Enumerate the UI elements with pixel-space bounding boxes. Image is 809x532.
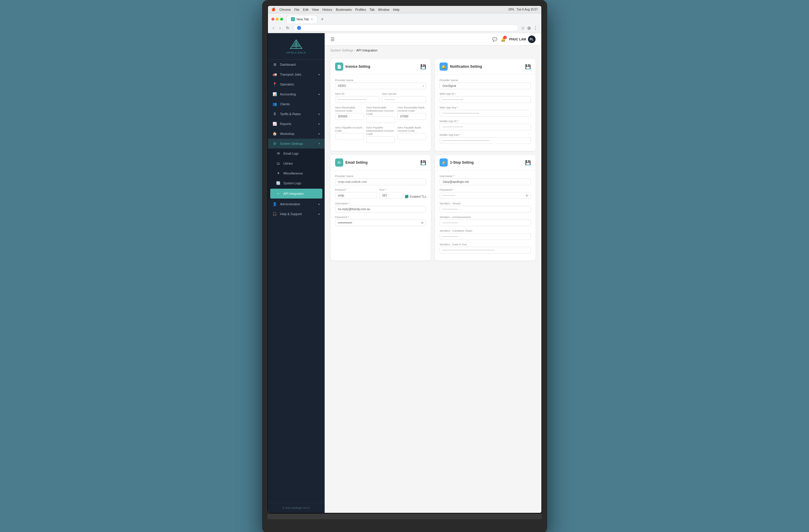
top-bar-right: 💬 🔔 1 PHUC LAM PL [492,35,535,43]
sidebar-item-workshop[interactable]: 🏠 Workshop ▸ [268,129,325,139]
user-avatar[interactable]: PL [528,35,536,43]
onestop-password-wrapper: 👁 [440,192,531,199]
onestop-username-input[interactable] [440,178,531,185]
hamburger-icon[interactable]: ☰ [330,37,334,42]
sidebar-item-accounting[interactable]: 📊 Accounting ▸ [268,89,325,99]
email-password-label: Password * [335,215,427,219]
email-username-input[interactable] [335,206,427,213]
browser-tab[interactable]: New Tab ✕ [287,15,318,23]
sidebar-item-library[interactable]: 🗂 Library [268,158,325,168]
xero-payable-bank-input[interactable] [397,133,426,140]
invoice-provider-select[interactable]: XERO [335,83,427,89]
email-port-group: Port * [379,188,402,199]
mobile-app-id-input[interactable] [440,124,531,130]
menu-bookmarks[interactable]: Bookmarks [336,8,352,11]
onestop-password-label: Password * [440,188,531,191]
sidebar-item-email-logs[interactable]: ✉ Email Logs [268,148,325,158]
reports-arrow-icon: ▸ [319,122,320,125]
email-save-button[interactable]: 💾 [420,160,426,165]
menu-window[interactable]: Window [378,8,390,11]
traffic-light-yellow[interactable] [276,18,279,21]
sidebar-item-administration[interactable]: 👤 Administration ▸ [268,199,325,209]
extensions-icon[interactable]: ⊕ [527,25,531,31]
email-provider-group: Provider Name [335,174,427,185]
sidebar-item-tariffs[interactable]: $ Tariffs & Rates ▸ [268,109,325,119]
sidebar-item-system-settings[interactable]: ⚙ System Settings ▾ [268,139,325,148]
bookmark-star-icon[interactable]: ☆ [521,25,525,31]
xero-payable-account-input[interactable] [335,133,364,140]
email-protocol-input[interactable] [335,192,377,199]
onestop-gate-label: Senders - Gate In Out [440,243,531,246]
sidebar-item-help-support[interactable]: 🎧 Help & Support ▸ [268,209,325,219]
xero-receivable-disbursement-input[interactable] [366,116,395,123]
onestop-password-input[interactable] [440,192,531,199]
new-tab-button[interactable]: + [319,17,326,22]
email-card-header: ✉ Email Setting 💾 [330,155,431,170]
xero-secret-input[interactable] [382,96,426,103]
invoice-save-button[interactable]: 💾 [420,64,426,70]
email-protocol-group: Protocol * [335,188,377,199]
notif-provider-input[interactable] [440,83,531,89]
system-settings-icon: ⚙ [273,142,277,146]
email-card-body: Provider Name Protocol * Port * [330,170,431,233]
breadcrumb-parent[interactable]: System Settings [330,49,354,52]
onestop-username-label: Username * [440,174,531,178]
web-app-id-input[interactable] [440,96,531,103]
traffic-light-red[interactable] [271,18,274,21]
notification-icon[interactable]: 🔔 1 [501,37,505,41]
sidebar-item-transport-jobs[interactable]: 🚛 Transport Jobs ▸ [268,70,325,79]
tab-close-button[interactable]: ✕ [311,18,313,21]
menu-view[interactable]: View [312,8,319,11]
notification-card-title: Notification Setting [450,65,482,69]
notification-badge: 1 [503,36,507,39]
email-password-toggle-icon[interactable]: 👁 [420,221,424,225]
traffic-light-green[interactable] [280,18,283,21]
onestop-container-input[interactable] [440,233,531,240]
onestop-save-button[interactable]: 💾 [525,160,531,165]
sidebar-item-api-integration[interactable]: ↔ API Integration [270,189,322,198]
sidebar-item-system-logs[interactable]: 🔄 System Logs [268,178,325,188]
sidebar-label-transport: Transport Jobs [280,73,302,76]
sidebar-label-help: Help & Support [280,212,302,216]
menu-help[interactable]: Help [393,8,400,11]
back-button[interactable]: ‹ [271,25,276,31]
menu-chrome[interactable]: Chrome [279,8,291,11]
browser-menu-icon[interactable]: ⋮ [533,25,538,31]
xero-receivable-bank-label: Xero Receivable Bank Account Code [397,106,426,112]
email-provider-input[interactable] [335,178,427,185]
sidebar-item-reports[interactable]: 📈 Reports ▸ [268,119,325,129]
chat-icon[interactable]: 💬 [492,37,497,41]
email-tls-checkbox[interactable] [405,195,409,198]
notification-save-button[interactable]: 💾 [525,64,531,70]
notification-card-header: 🔔 Notification Setting 💾 [435,59,536,74]
onestop-gate-input[interactable] [440,247,531,253]
onestop-password-toggle-icon[interactable]: 👁 [526,194,529,197]
email-port-input[interactable] [379,192,402,199]
sidebar-item-dashboard[interactable]: ⊞ Dashboard [268,59,325,70]
xero-id-input[interactable] [335,96,380,103]
xero-receivable-bank-input[interactable] [397,113,426,120]
url-input[interactable] [303,26,515,30]
reload-button[interactable]: ↻ [285,25,291,31]
menu-edit[interactable]: Edit [303,8,308,11]
forward-button[interactable]: › [278,25,282,31]
web-app-key-input[interactable] [440,110,531,117]
sidebar-label-clients: Clients [280,102,290,106]
mobile-app-key-input[interactable] [440,137,531,144]
url-bar[interactable] [293,24,518,31]
sidebar-item-operation[interactable]: 📍 Operation [268,79,325,89]
menu-profiles[interactable]: Profiles [355,8,366,11]
onestop-announcement-input[interactable] [440,219,531,226]
breadcrumb-current: API Integration [356,49,378,52]
sidebar-item-clients[interactable]: 👥 Clients [268,99,325,109]
sidebar-item-miscellaneous[interactable]: ✦ Miscellaneous [268,168,325,178]
onestop-vessel-input[interactable] [440,206,531,213]
email-password-input[interactable] [335,219,427,226]
xero-payable-disbursement-input[interactable] [366,136,395,143]
menu-history[interactable]: History [322,8,332,11]
menu-file[interactable]: File [294,8,299,11]
menu-tab[interactable]: Tab [369,8,375,11]
user-info: PHUC LAM PL [509,35,535,43]
xero-receivable-account-input[interactable] [335,113,364,120]
email-tls-label[interactable]: Enabled TLs [405,195,426,198]
